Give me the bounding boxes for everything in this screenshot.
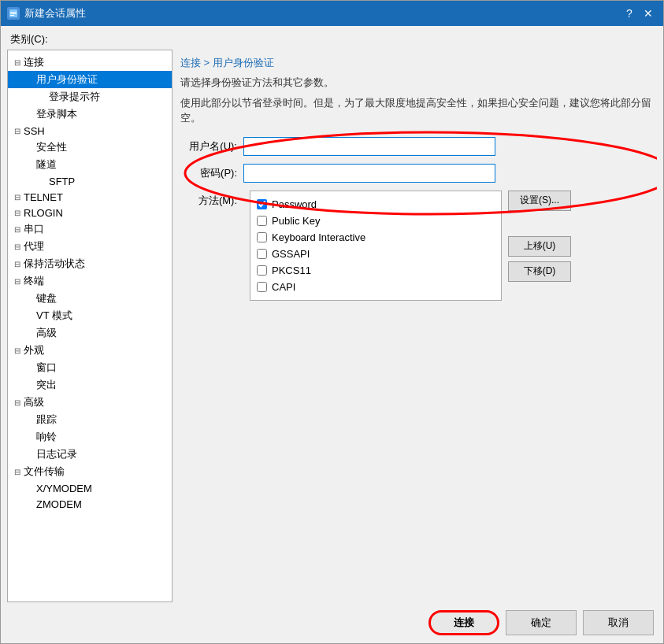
tree-item-telnet[interactable]: ⊟TELNET [8,189,172,205]
method-checkbox-publickey[interactable] [257,216,267,226]
method-item-password[interactable]: Password [257,196,495,213]
tree-panel: ⊟连接用户身份验证登录提示符登录脚本⊟SSH安全性隧道SFTP⊟TELNET⊟R… [7,50,172,602]
method-item-pkcs11[interactable]: PKCS11 [257,262,495,279]
method-checkbox-keyboard[interactable] [257,232,267,242]
tree-expander-xymodem [24,482,36,494]
tree-label-keyboard: 键盘 [36,291,169,305]
tree-label-user-auth: 用户身份验证 [36,72,169,87]
tree-item-serial[interactable]: ⊟串口 [8,220,172,238]
tree-item-keepalive[interactable]: ⊟保持活动状态 [8,255,172,272]
desc-line1: 请选择身份验证方法和其它参数。 [180,75,654,91]
method-section: 方法(M): PasswordPublic KeyKeyboard Intera… [180,191,654,301]
tree-expander-trace [24,413,36,426]
tree-label-sftp: SFTP [49,176,169,187]
tree-item-window[interactable]: 窗口 [8,359,172,376]
tree-label-tunnel: 隧道 [36,157,169,172]
tree-expander-advanced [24,327,36,339]
tree-item-highlight[interactable]: 突出 [8,376,172,394]
method-label-publickey: Public Key [272,215,320,227]
method-item-publickey[interactable]: Public Key [257,213,495,229]
tree-expander-keepalive: ⊟ [11,257,24,270]
description: 请选择身份验证方法和其它参数。 使用此部分以节省登录时间。但是，为了最大限度地提… [177,75,657,134]
tree-label-window: 窗口 [36,361,169,375]
side-buttons: 设置(S)... 上移(U) 下移(D) [508,191,571,301]
tree-label-file-transfer: 文件传输 [24,464,169,479]
tree-item-appearance[interactable]: ⊟外观 [8,342,172,359]
tree-expander-sftp [36,175,49,187]
method-item-gssapi[interactable]: GSSAPI [257,246,495,262]
method-item-keyboard[interactable]: Keyboard Interactive [257,229,495,246]
tree-item-keyboard[interactable]: 键盘 [8,290,172,307]
method-checkbox-pkcs11[interactable] [257,265,267,276]
method-checkbox-password[interactable] [257,199,267,209]
title-bar: 新建会话属性 ? ✕ [1,1,663,26]
method-checkbox-capi[interactable] [257,282,267,292]
app-icon [7,7,20,20]
tree-label-conn: 连接 [24,55,169,69]
title-bar-left: 新建会话属性 [7,6,86,20]
tree-expander-vt-mode [24,309,36,322]
tree-item-user-auth[interactable]: 用户身份验证 [8,71,172,88]
tree-expander-advanced2: ⊟ [11,396,24,409]
tree-expander-login-script [24,108,36,120]
right-panel: 连接 > 用户身份验证 请选择身份验证方法和其它参数。 使用此部分以节省登录时间… [177,50,657,602]
username-input[interactable] [243,137,495,156]
method-label-gssapi: GSSAPI [272,248,310,260]
tree-item-file-transfer[interactable]: ⊟文件传输 [8,463,172,480]
tree-item-login-script[interactable]: 登录脚本 [8,105,172,123]
tree-expander-appearance: ⊟ [11,344,24,357]
tree-label-keepalive: 保持活动状态 [24,257,169,271]
method-item-capi[interactable]: CAPI [257,279,495,295]
tree-item-conn[interactable]: ⊟连接 [8,54,172,71]
tree-item-zmodem[interactable]: ZMODEM [8,496,172,512]
tree-item-security[interactable]: 安全性 [8,139,172,156]
svg-rect-3 [10,15,14,16]
method-checkbox-gssapi[interactable] [257,249,267,259]
tree-item-terminal[interactable]: ⊟终端 [8,272,172,290]
tree-expander-window [24,361,36,374]
ok-button[interactable]: 确定 [506,610,577,635]
method-list: PasswordPublic KeyKeyboard InteractiveGS… [250,191,502,301]
dialog: 新建会话属性 ? ✕ 类别(C): ⊟连接用户身份验证登录提示符登录脚本⊟SSH… [0,0,664,644]
tree-item-ssh[interactable]: ⊟SSH [8,123,172,139]
tree-item-login-prompt[interactable]: 登录提示符 [8,88,172,105]
tree-expander-login-prompt [36,91,49,103]
title-bar-buttons: ? ✕ [621,5,657,22]
tree-label-terminal: 终端 [24,274,169,288]
password-input[interactable] [243,164,495,183]
tree-item-tunnel[interactable]: 隧道 [8,156,172,173]
tree-expander-proxy: ⊟ [11,240,24,253]
move-up-button[interactable]: 上移(U) [508,236,571,257]
tree-item-bell[interactable]: 响铃 [8,428,172,446]
close-button[interactable]: ✕ [640,5,657,22]
tree-label-advanced2: 高级 [24,395,169,409]
tree-item-logging[interactable]: 日志记录 [8,446,172,463]
tree-label-xymodem: X/YMODEM [36,483,169,494]
tree-item-advanced2[interactable]: ⊟高级 [8,394,172,411]
svg-rect-1 [10,12,17,13]
desc-line2: 使用此部分以节省登录时间。但是，为了最大限度地提高安全性，如果担心安全问题，建议… [180,95,654,126]
move-down-button[interactable]: 下移(D) [508,261,571,282]
tree-item-vt-mode[interactable]: VT 模式 [8,307,172,324]
tree-label-highlight: 突出 [36,378,169,392]
main-content: ⊟连接用户身份验证登录提示符登录脚本⊟SSH安全性隧道SFTP⊟TELNET⊟R… [1,50,663,602]
tree-item-rlogin[interactable]: ⊟RLOGIN [8,205,172,220]
connect-button[interactable]: 连接 [428,610,499,635]
method-label-pkcs11: PKCS11 [272,265,311,276]
tree-item-trace[interactable]: 跟踪 [8,411,172,428]
tree-item-advanced[interactable]: 高级 [8,324,172,342]
tree-item-sftp[interactable]: SFTP [8,173,172,189]
tree-expander-rlogin: ⊟ [11,206,24,219]
tree-expander-user-auth [24,73,36,86]
help-button[interactable]: ? [621,5,638,22]
username-label: 用户名(U): [180,139,243,154]
tree-expander-ssh: ⊟ [11,124,24,137]
tree-expander-conn: ⊟ [11,56,24,68]
cancel-button[interactable]: 取消 [583,610,654,635]
settings-button[interactable]: 设置(S)... [508,191,571,211]
bottom-bar: 连接 确定 取消 [1,602,663,643]
tree-item-proxy[interactable]: ⊟代理 [8,238,172,255]
category-label: 类别(C): [1,26,663,50]
tree-item-xymodem[interactable]: X/YMODEM [8,480,172,496]
tree-expander-keyboard [24,292,36,305]
